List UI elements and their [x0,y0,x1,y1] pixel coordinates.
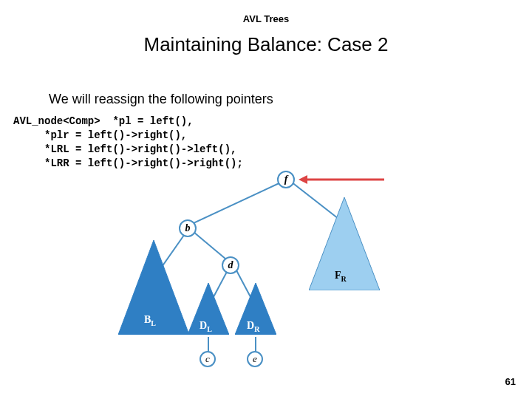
page-number: 61 [505,376,516,387]
node-c-label: c [205,353,210,365]
subtree-dl-label: DL [200,320,212,333]
node-d: d [222,256,239,274]
node-f: f [277,171,295,188]
subtree-dr-label: DR [247,320,259,333]
node-e: e [247,351,263,367]
node-b-label: b [185,222,191,234]
edge-f-b [185,181,282,228]
node-d-label: d [228,259,233,271]
node-c: c [200,351,216,367]
node-b: b [179,219,197,237]
svg-marker-1 [299,175,307,184]
subtree-fr-label: FR [335,270,347,283]
code-block: AVL_node<Comp> *pl = left(), *plr = left… [13,115,532,171]
code-line-3: *LRL = left()->right()->left(), [13,143,236,155]
tree-diagram: f b FR BL d DL DR c e [89,166,473,381]
section-header: AVL Trees [0,0,532,24]
subtree-bl-label: BL [144,314,156,327]
code-line-1: AVL_node<Comp> *pl = left(), [13,115,194,127]
intro-text: We will reassign the following pointers [49,92,532,107]
node-f-label: f [284,174,288,185]
code-line-2: *plr = left()->right(), [13,129,187,141]
slide-title: Maintaining Balance: Case 2 [0,33,532,56]
node-e-label: e [253,353,257,365]
arrow-to-f [297,174,386,188]
